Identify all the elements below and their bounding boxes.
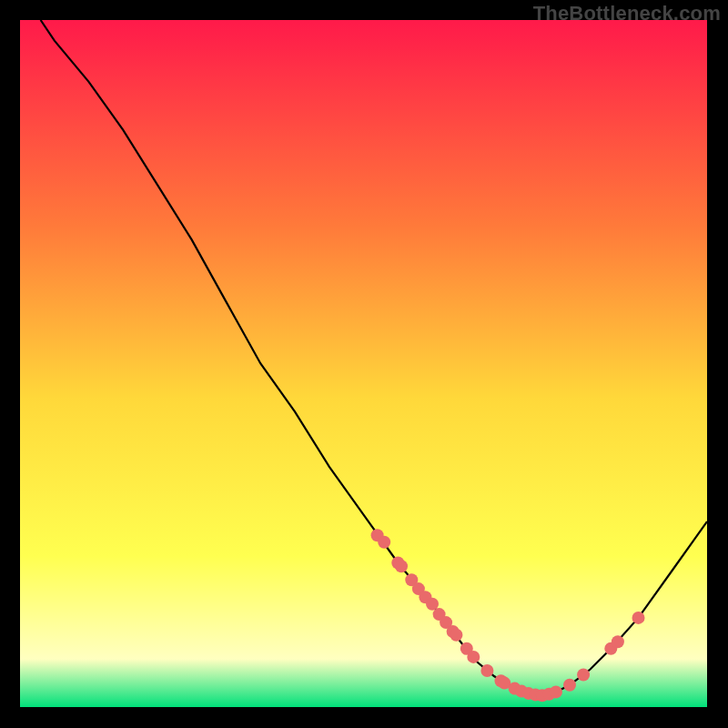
data-marker: [563, 679, 576, 692]
data-marker: [450, 629, 462, 642]
data-marker: [577, 669, 590, 682]
data-marker: [480, 664, 493, 677]
chart-container: [20, 20, 707, 707]
data-marker: [467, 651, 480, 663]
watermark-text: TheBottleneck.com: [533, 2, 721, 25]
data-marker: [550, 685, 562, 698]
plot-background: [20, 20, 707, 707]
data-marker: [612, 635, 624, 648]
data-marker: [632, 612, 645, 624]
bottleneck-curve-chart: [20, 20, 707, 707]
data-marker: [378, 536, 390, 549]
data-marker: [395, 560, 408, 572]
